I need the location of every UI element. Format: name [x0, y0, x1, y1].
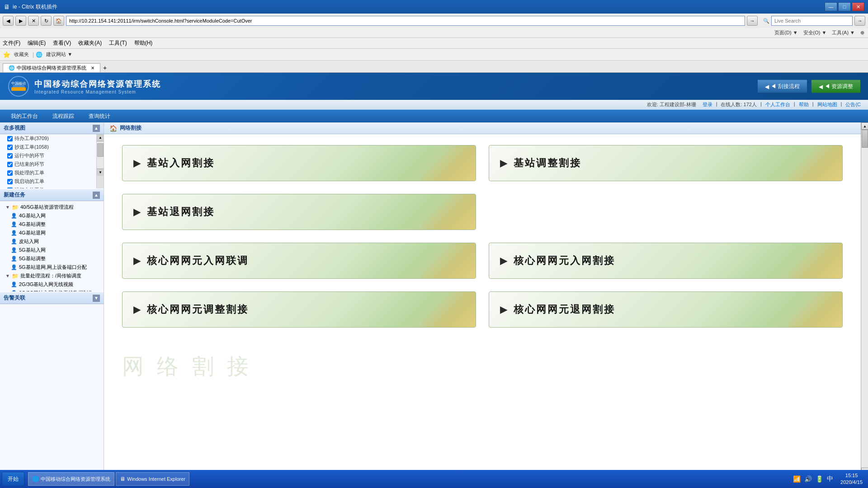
checkbox-my-processed[interactable] — [7, 170, 13, 176]
refresh-button[interactable]: ↻ — [41, 16, 52, 26]
suggested-sites-btn[interactable]: 建议网站 ▼ — [44, 51, 74, 58]
taskbar-items: 🌐 中国移动综合网络资源管理系统 🖥 Windows Internet Expl… — [28, 472, 789, 486]
menu-help[interactable]: 帮助(H) — [134, 39, 153, 47]
scroll-up-btn[interactable]: ▲ — [97, 134, 104, 141]
search-input[interactable] — [771, 16, 853, 26]
scroll-thumb[interactable] — [97, 143, 104, 157]
scroll-down-btn[interactable]: ▼ — [97, 169, 104, 176]
btn-base-station-entry[interactable]: ▶ 基站入网割接 — [122, 145, 476, 181]
menu-edit[interactable]: 编辑(E) — [28, 39, 46, 47]
taskbar-item-1[interactable]: 🖥 Windows Internet Explorer — [116, 472, 189, 486]
forward-button[interactable]: ▶ — [15, 16, 26, 26]
collapse-views-btn[interactable]: ▲ — [93, 125, 100, 132]
battery-icon[interactable]: 🔋 — [816, 475, 823, 483]
menu-bar: 文件(F) 编辑(E) 查看(V) 收藏夹(A) 工具(T) 帮助(H) — [0, 38, 868, 49]
tree-4g-adjust[interactable]: 👤 4G基站调整 — [0, 220, 104, 229]
nav-query-stats[interactable]: 查询统计 — [81, 111, 118, 122]
checkbox-my-started[interactable] — [7, 179, 13, 184]
maximize-button[interactable]: □ — [838, 2, 851, 11]
menu-favorites[interactable]: 收藏夹(A) — [78, 39, 102, 47]
tree-label-40-5g: 40/5G基站资源管理流程 — [20, 204, 74, 211]
checkbox-running-orders[interactable] — [7, 188, 13, 189]
tree-2g3g-switch[interactable]: 👤 2G/3G基站入网交换无线数据制作 — [0, 289, 104, 291]
notice-link[interactable]: 公告(C — [845, 101, 861, 108]
sidebar-item-running-nodes[interactable]: 运行中的环节 — [0, 151, 104, 160]
main-grid: ▶ 基站入网割接 ▶ 基站调整割接 ▶ 基站退网割接 ▶ 核心网网元入网联调 — [104, 134, 861, 338]
minimize-button[interactable]: — — [825, 2, 837, 11]
sitemap-link[interactable]: 网站地图 — [817, 101, 837, 108]
tree-small-station[interactable]: 👤 皮站入网 — [0, 237, 104, 246]
menu-tools[interactable]: 工具(T) — [109, 39, 127, 47]
sidebar-item-my-processed[interactable]: 我处理的工单 — [0, 169, 104, 177]
process-button[interactable]: ◀ ◀ 刮接流程 — [757, 80, 807, 94]
sidebar-section-views-header[interactable]: 在多视图 ▲ — [0, 122, 104, 134]
tree-40-5g-process[interactable]: ▼ 📁 40/5G基站资源管理流程 — [0, 203, 104, 211]
menu-view[interactable]: 查看(V) — [53, 39, 71, 47]
menu-file[interactable]: 文件(F) — [3, 39, 20, 47]
workspace-link[interactable]: 个人工作台 — [765, 101, 790, 108]
address-bar[interactable] — [66, 16, 745, 26]
sidebar-section-newtask-header[interactable]: 新建任务 ▲ — [0, 189, 104, 201]
btn-core-net-adjust[interactable]: ▶ 核心网网元调整割接 — [122, 291, 476, 328]
btn-core-net-entry-debug[interactable]: ▶ 核心网网元入网联调 — [122, 243, 476, 279]
taskbar-clock[interactable]: 15:15 2020/4/15 — [837, 472, 866, 486]
sidebar-item-my-started[interactable]: 我启动的工单 — [0, 177, 104, 186]
welcome-text: 欢迎: 工程建设部-林珊 — [647, 101, 699, 108]
tree-4g-exit[interactable]: 👤 4G基站退网 — [0, 229, 104, 237]
tree-2g3g-wireless[interactable]: 👤 2G/3G基站入网无线视频 — [0, 280, 104, 289]
home-button[interactable]: 🏠 — [53, 16, 64, 26]
sidebar: 在多视图 ▲ ▲ ▼ 待办工单(3709) 抄送工单(1058) — [0, 122, 104, 475]
checkbox-running-nodes[interactable] — [7, 153, 13, 159]
help-link[interactable]: 帮助 — [799, 101, 809, 108]
sidebar-item-pending[interactable]: 待办工单(3709) — [0, 134, 104, 143]
checkbox-pending[interactable] — [7, 136, 13, 141]
separator3: | — [794, 101, 795, 108]
ie-page-menu[interactable]: 页面(D) ▼ — [774, 29, 797, 36]
sidebar-section-alerts-header[interactable]: 告警关联 ▼ — [0, 292, 104, 304]
collapse-alerts-btn[interactable]: ▼ — [93, 295, 100, 302]
sidebar-item-cc[interactable]: 抄送工单(1058) — [0, 143, 104, 151]
start-button[interactable]: 开始 — [2, 472, 24, 486]
language-icon[interactable]: 中 — [827, 475, 833, 483]
stop-button[interactable]: ✕ — [28, 16, 39, 26]
go-button[interactable]: → — [747, 16, 758, 26]
ie-security-menu[interactable]: 安全(O) ▼ — [803, 29, 827, 36]
taskbar-item-0[interactable]: 🌐 中国移动综合网络资源管理系统 — [28, 472, 114, 486]
nav-my-work[interactable]: 我的工作台 — [4, 111, 45, 122]
favorites-btn[interactable]: 收藏夹 — [12, 51, 31, 58]
resource-button[interactable]: ◀ ◀ 资源调整 — [811, 80, 861, 94]
scroll-thumb-right[interactable] — [862, 130, 868, 148]
new-tab-button[interactable]: + — [100, 63, 109, 72]
checkbox-ended-nodes[interactable] — [7, 162, 13, 167]
tree-5g-entry[interactable]: 👤 5G基站入网 — [0, 246, 104, 254]
label-4g-exit: 4G基站退网 — [19, 230, 46, 236]
tree-batch-process[interactable]: ▼ 📁 批量处理流程：/局传输调度 — [0, 272, 104, 280]
tab-close[interactable]: ✕ — [91, 66, 94, 70]
network-icon[interactable]: 📶 — [793, 475, 801, 483]
btn-base-station-adjust[interactable]: ▶ 基站调整割接 — [489, 145, 843, 181]
tree-4g-entry[interactable]: 👤 4G基站入网 — [0, 211, 104, 220]
ie-extra-btn[interactable]: ⊕ — [860, 30, 864, 36]
scroll-top-btn[interactable]: ▲ — [861, 122, 868, 130]
user-icon-2g3g-2: 👤 — [11, 290, 17, 291]
collapse-newtask-btn[interactable]: ▲ — [93, 192, 100, 199]
sidebar-item-running-orders[interactable]: 运行中的工单 — [0, 186, 104, 188]
back-button[interactable]: ◀ — [3, 16, 14, 26]
clock-time: 15:15 — [840, 472, 863, 479]
login-link[interactable]: 登录 — [703, 101, 712, 108]
browser-tab[interactable]: 🌐 中国移动综合网络资源管理系统 ✕ — [3, 63, 100, 72]
btn-core-net-exit[interactable]: ▶ 核心网网元退网割接 — [489, 291, 843, 328]
nav-process-tracking[interactable]: 流程跟踪 — [45, 111, 81, 122]
label-4g-entry: 4G基站入网 — [19, 212, 46, 219]
close-button[interactable]: ✕ — [852, 2, 864, 11]
checkbox-cc[interactable] — [7, 145, 13, 150]
search-button[interactable]: → — [854, 16, 865, 26]
tree-5g-adjust[interactable]: 👤 5G基站调整 — [0, 254, 104, 263]
volume-icon[interactable]: 🔊 — [804, 475, 812, 483]
sidebar-item-ended-nodes[interactable]: 已结束的环节 — [0, 160, 104, 169]
btn-base-station-exit[interactable]: ▶ 基站退网割接 — [122, 194, 476, 230]
label-2g3g-wireless: 2G/3G基站入网无线视频 — [19, 281, 73, 288]
tree-5g-exit[interactable]: 👤 5G基站退网,网上设备端口分配 — [0, 263, 104, 272]
ie-tools-menu[interactable]: 工具(A) ▼ — [832, 29, 855, 36]
btn-core-net-entry-cut[interactable]: ▶ 核心网网元入网割接 — [489, 243, 843, 279]
